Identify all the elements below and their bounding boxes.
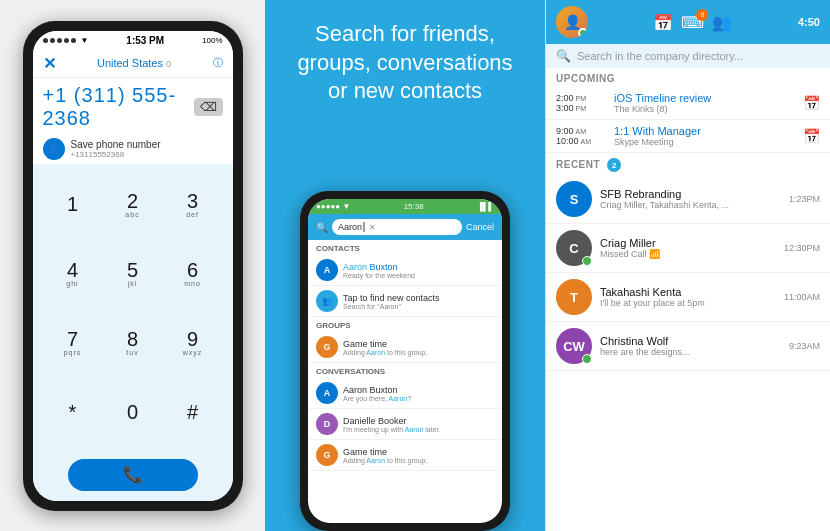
phone-time: 1:53 PM xyxy=(126,35,164,46)
backspace-button[interactable]: ⌫ xyxy=(194,98,223,116)
conv-aaron-info: Aaron Buxton Are you there, Aaron? xyxy=(343,385,494,402)
info-icon[interactable]: ⓘ xyxy=(213,56,223,70)
conv-aaron-buxton[interactable]: A Aaron Buxton Are you there, Aaron? xyxy=(308,378,502,409)
signal-dot-5 xyxy=(71,38,76,43)
upcoming-details-2: 1:1 With Manager Skype Meeting xyxy=(608,125,803,147)
key-hash[interactable]: # xyxy=(165,379,221,444)
signal-dots: ▼ xyxy=(43,36,89,45)
contact-aaron-buxton[interactable]: A Aaron Buxton Ready for the weekend xyxy=(308,255,502,286)
key-star[interactable]: * xyxy=(45,379,101,444)
right-panel: 👤 📅 ⌨ 8 👥 4:50 🔍 Search in the company d… xyxy=(545,0,830,531)
search-status-bar: ●●●●● ▼ 15:38 ▐▌▌ xyxy=(308,199,502,214)
find-contacts-sub: Search for "Aaron" xyxy=(343,303,494,310)
key-6[interactable]: 6mno xyxy=(165,241,221,306)
takahashi-sub: I'll be at your place at 5pm xyxy=(600,298,776,308)
signal-dot-4 xyxy=(64,38,69,43)
key-8[interactable]: 8tuv xyxy=(105,310,161,375)
find-contacts-label: Tap to find new contacts xyxy=(343,293,494,303)
save-number: +13115552368 xyxy=(71,150,161,159)
top-bar: 👤 📅 ⌨ 8 👥 4:50 xyxy=(546,0,830,44)
search-placeholder: Search in the company directory... xyxy=(577,50,743,62)
recent-label: RECENT 2 xyxy=(546,153,830,175)
sfb-name: SFB Rebranding xyxy=(600,188,781,200)
clear-icon[interactable]: ✕ xyxy=(369,223,376,232)
key-9[interactable]: 9wxyz xyxy=(165,310,221,375)
top-icons: 📅 ⌨ 8 👥 xyxy=(653,13,732,32)
key-3[interactable]: 3def xyxy=(165,172,221,237)
takahashi-time: 11:00AM xyxy=(784,292,820,302)
signal-dot-3 xyxy=(57,38,62,43)
takahashi-name: Takahashi Kenta xyxy=(600,286,776,298)
calendar-icon[interactable]: 📅 xyxy=(653,13,673,32)
key-0[interactable]: 0 xyxy=(105,379,161,444)
criag-info: Criag Miller Missed Call 📶 xyxy=(600,237,776,259)
recent-criag-miller[interactable]: C Criag Miller Missed Call 📶 12:30PM xyxy=(546,224,830,273)
wifi-icon: ▼ xyxy=(81,36,89,45)
call-button[interactable]: 📞 xyxy=(68,459,198,491)
search-query: Aaron xyxy=(338,222,362,232)
christina-avatar: CW xyxy=(556,328,592,364)
sfb-time: 1:23PM xyxy=(789,194,820,204)
group-name: Game time xyxy=(343,339,494,349)
conv-danielle-booker[interactable]: D Danielle Booker I'm meeting up with Aa… xyxy=(308,409,502,440)
conv-game-time[interactable]: G Game time Adding Aaron to this group. xyxy=(308,440,502,471)
key-5[interactable]: 5jkl xyxy=(105,241,161,306)
country-code: 0 xyxy=(166,59,171,69)
online-indicator xyxy=(582,256,592,266)
close-button[interactable]: ✕ xyxy=(43,54,56,73)
upcoming-times-1: 2:00 PM 3:00 PM xyxy=(556,93,608,113)
danielle-sub: I'm meeting up with Aaron later. xyxy=(343,426,494,433)
user-avatar[interactable]: 👤 xyxy=(556,6,588,38)
criag-avatar: C xyxy=(556,230,592,266)
conv-aaron-name: Aaron Buxton xyxy=(343,385,494,395)
danielle-avatar: D xyxy=(316,413,338,435)
recent-takahashi[interactable]: T Takahashi Kenta I'll be at your place … xyxy=(546,273,830,322)
country-selector[interactable]: United States 0 xyxy=(97,57,171,69)
conv-aaron-sub: Are you there, Aaron? xyxy=(343,395,494,402)
save-number-row[interactable]: 👤 Save phone number +13115552368 xyxy=(33,134,233,164)
search-results: Contacts A Aaron Buxton Ready for the we… xyxy=(308,240,502,523)
group-game-time[interactable]: G Game time Adding Aaron to this group. xyxy=(308,332,502,363)
recent-christina-wolf[interactable]: CW Christina Wolf here are the designs..… xyxy=(546,322,830,371)
conversations-label: Conversations xyxy=(308,363,502,378)
groups-label: Groups xyxy=(308,317,502,332)
start-time-2: 9:00 AM xyxy=(556,126,608,136)
calendar-add-icon-1[interactable]: 📅 xyxy=(803,95,820,111)
key-1[interactable]: 1 xyxy=(45,172,101,237)
battery-status: ▐▌▌ xyxy=(477,202,494,211)
criag-time: 12:30PM xyxy=(784,243,820,253)
cancel-button[interactable]: Cancel xyxy=(466,222,494,232)
conv-game-info: Game time Adding Aaron to this group. xyxy=(343,447,494,464)
headline-text: Search for friends,groups, conversations… xyxy=(297,20,512,106)
search-input[interactable]: Aaron ✕ xyxy=(332,219,462,235)
keypad-icon[interactable]: ⌨ 8 xyxy=(681,13,704,32)
upcoming-title-2: 1:1 With Manager xyxy=(614,125,803,137)
criag-name: Criag Miller xyxy=(600,237,776,249)
find-new-contacts[interactable]: 👥 Tap to find new contacts Search for "A… xyxy=(308,286,502,317)
upcoming-label: UPCOMING xyxy=(546,68,830,87)
aaron-buxton-info: Aaron Buxton Ready for the weekend xyxy=(343,262,494,279)
danielle-info: Danielle Booker I'm meeting up with Aaro… xyxy=(343,416,494,433)
sfb-sub: Criag Miller, Takahashi Kenta, ... xyxy=(600,200,781,210)
save-label: Save phone number xyxy=(71,139,161,150)
calendar-add-icon-2[interactable]: 📅 xyxy=(803,128,820,144)
upcoming-item-1[interactable]: 2:00 PM 3:00 PM iOS Timeline review The … xyxy=(546,87,830,120)
directory-search-bar[interactable]: 🔍 Search in the company directory... xyxy=(546,44,830,68)
key-2[interactable]: 2abc xyxy=(105,172,161,237)
upcoming-title-1: iOS Timeline review xyxy=(614,92,803,104)
call-button-area: 📞 xyxy=(33,453,233,501)
current-time: 4:50 xyxy=(798,16,820,28)
cursor xyxy=(363,222,365,232)
search-header: 🔍 Aaron ✕ Cancel xyxy=(308,214,502,240)
aaron-buxton-avatar: A xyxy=(316,259,338,281)
upcoming-item-2[interactable]: 9:00 AM 10:00 AM 1:1 With Manager Skype … xyxy=(546,120,830,153)
sfb-info: SFB Rebranding Criag Miller, Takahashi K… xyxy=(600,188,781,210)
christina-info: Christina Wolf here are the designs... xyxy=(600,335,781,357)
find-contacts-icon: 👥 xyxy=(316,290,338,312)
key-7[interactable]: 7pqrs xyxy=(45,310,101,375)
search-phone-screen: ●●●●● ▼ 15:38 ▐▌▌ 🔍 Aaron ✕ Cancel Conta… xyxy=(308,199,502,523)
contacts-icon[interactable]: 👥 xyxy=(712,13,732,32)
key-4[interactable]: 4ghi xyxy=(45,241,101,306)
recent-sfb-rebranding[interactable]: S SFB Rebranding Criag Miller, Takahashi… xyxy=(546,175,830,224)
conv-game-avatar: G xyxy=(316,444,338,466)
